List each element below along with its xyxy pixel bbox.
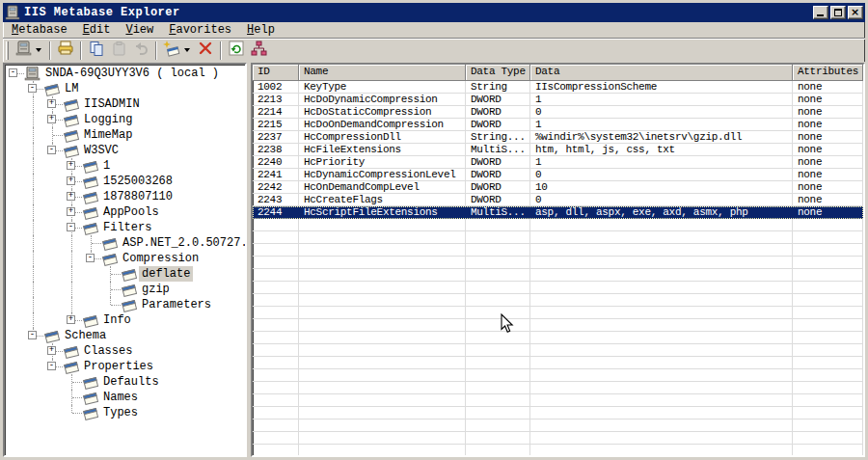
list-body: 1002KeyTypeStringIIsCompressionSchemenon…: [253, 81, 863, 455]
table-cell: [530, 357, 793, 369]
tree-item-filters[interactable]: -Filters: [5, 220, 245, 235]
collapse-icon[interactable]: -: [47, 146, 56, 154]
table-row[interactable]: 2237HcCompressionDllString...%windir%\sy…: [253, 131, 863, 144]
minimize-button[interactable]: [813, 6, 828, 19]
tree-item-1878807110[interactable]: +1878807110: [5, 189, 245, 204]
expand-icon[interactable]: +: [67, 161, 75, 170]
col-header-id[interactable]: ID: [253, 65, 299, 81]
table-cell: [299, 445, 466, 455]
collapse-icon[interactable]: -: [28, 84, 37, 93]
col-header-attributes[interactable]: Attributes: [793, 65, 863, 81]
table-row[interactable]: 2242HcOnDemandCompLevelDWORD10none: [253, 181, 863, 194]
new-key-button[interactable]: [161, 41, 182, 61]
tree-item-gzip[interactable]: gzip: [5, 282, 245, 297]
expand-icon[interactable]: +: [67, 192, 75, 201]
tree-item-iisadmin[interactable]: +IISADMIN: [5, 96, 245, 112]
title-bar[interactable]: IIS Metabase Explorer ×: [3, 3, 865, 22]
tree-item-w3svc[interactable]: -W3SVC: [5, 143, 245, 158]
delete-button[interactable]: [195, 41, 216, 61]
table-cell: DWORD: [466, 169, 530, 181]
hierarchy-button[interactable]: [248, 41, 269, 61]
tree-item-apppools[interactable]: +AppPools: [5, 204, 245, 220]
refresh-button[interactable]: [226, 41, 247, 61]
table-cell: 2240: [253, 156, 299, 169]
tree-item-parameters[interactable]: Parameters: [5, 297, 245, 312]
tree-item-schema[interactable]: -Schema: [5, 328, 245, 343]
menu-metabase[interactable]: Metabase: [4, 23, 75, 38]
collapse-icon[interactable]: -: [28, 331, 37, 339]
maximize-button[interactable]: [830, 6, 846, 19]
table-row-empty: [253, 344, 863, 357]
tree-item-logging[interactable]: +Logging: [5, 112, 245, 127]
col-header-name[interactable]: Name: [299, 65, 466, 81]
collapse-icon[interactable]: -: [86, 254, 95, 262]
expand-icon[interactable]: +: [47, 115, 56, 123]
tree-item-label: W3SVC: [81, 143, 122, 158]
close-button[interactable]: ×: [848, 6, 863, 19]
table-cell: none: [793, 169, 863, 181]
tree-item-defaults[interactable]: Defaults: [5, 374, 245, 390]
toolbar-grip[interactable]: [6, 41, 9, 60]
expand-icon[interactable]: +: [47, 346, 56, 355]
close-icon: ×: [851, 6, 859, 18]
window-title: IIS Metabase Explorer: [24, 6, 813, 19]
connect-dropdown-arrow[interactable]: [36, 48, 41, 52]
tree-item-snda-69q3uyy3v6-local[interactable]: -SNDA-69Q3UYY3V6 ( local ): [5, 66, 245, 81]
table-row[interactable]: 2214HcDoStaticCompressionDWORD0none: [253, 106, 863, 119]
table-cell: none: [793, 181, 863, 194]
copy-button[interactable]: [86, 41, 107, 61]
expand-icon[interactable]: +: [67, 315, 75, 324]
table-row[interactable]: 2215HcDoOnDemandCompressionDWORD1none: [253, 119, 863, 131]
tree-item-types[interactable]: Types: [5, 405, 245, 420]
collapse-icon[interactable]: -: [47, 362, 56, 370]
collapse-icon[interactable]: -: [67, 223, 75, 231]
tree-guide: [43, 251, 63, 266]
col-header-data-type[interactable]: Data Type: [466, 65, 530, 81]
table-cell: [793, 432, 863, 445]
connect-button[interactable]: [13, 41, 34, 61]
collapse-icon[interactable]: -: [9, 68, 17, 77]
tree-item-deflate[interactable]: deflate: [5, 266, 245, 282]
table-row[interactable]: 2243HcCreateFlagsDWORD0none: [253, 194, 863, 206]
table-cell: HcPriority: [299, 156, 466, 169]
table-row[interactable]: 2244HcScriptFileExtensionsMultiS...asp, …: [253, 206, 863, 219]
table-row[interactable]: 2241HcDynamicCompressionLevelDWORD0none: [253, 169, 863, 181]
expand-icon[interactable]: +: [47, 99, 56, 108]
expand-icon[interactable]: +: [67, 176, 75, 185]
save-button[interactable]: [55, 41, 76, 61]
table-cell: 2214: [253, 106, 299, 119]
tree-item-asp-net-2-0-50727-0[interactable]: ASP.NET_2.0.50727.0: [5, 235, 245, 251]
menu-help[interactable]: Help: [239, 23, 283, 38]
tree-item-info[interactable]: +Info: [5, 312, 245, 328]
table-row[interactable]: 2240HcPriorityDWORD1none: [253, 156, 863, 169]
menu-edit[interactable]: Edit: [75, 23, 119, 38]
table-cell: [253, 419, 299, 432]
table-cell: [299, 244, 466, 257]
tree-guide: [63, 235, 82, 251]
tree-guide: [24, 390, 43, 405]
tree-connector: +: [63, 174, 82, 189]
table-row[interactable]: 1002KeyTypeStringIIsCompressionSchemenon…: [253, 81, 863, 94]
tree-item-mimemap[interactable]: MimeMap: [5, 127, 245, 143]
tree-item-names[interactable]: Names: [5, 390, 245, 405]
table-cell: asp, dll, aspx, exe, axd, asmx, php: [530, 206, 793, 219]
expand-icon[interactable]: +: [67, 207, 75, 216]
tree-item-1[interactable]: +1: [5, 158, 245, 174]
menu-view[interactable]: View: [118, 23, 161, 38]
tree-item-classes[interactable]: +Classes: [5, 343, 245, 359]
tree-item-lm[interactable]: -LM: [5, 81, 245, 96]
menu-favorites[interactable]: Favorites: [161, 23, 239, 38]
tree-guide: [43, 390, 63, 405]
server-icon: [24, 66, 42, 81]
new-key-dropdown-arrow[interactable]: [184, 48, 190, 52]
table-row[interactable]: 2238HcFileExtensionsMultiS...htm, html, …: [253, 144, 863, 156]
table-cell: [253, 432, 299, 445]
tree-item-1525003268[interactable]: +1525003268: [5, 174, 245, 189]
tree-guide: [5, 374, 24, 390]
table-row[interactable]: 2213HcDoDynamicCompressionDWORD1none: [253, 94, 863, 106]
col-header-data[interactable]: Data: [530, 65, 793, 81]
table-cell: [253, 357, 299, 369]
tree-item-compression[interactable]: -Compression: [5, 251, 245, 266]
table-cell: [530, 332, 793, 344]
tree-item-properties[interactable]: -Properties: [5, 359, 245, 374]
